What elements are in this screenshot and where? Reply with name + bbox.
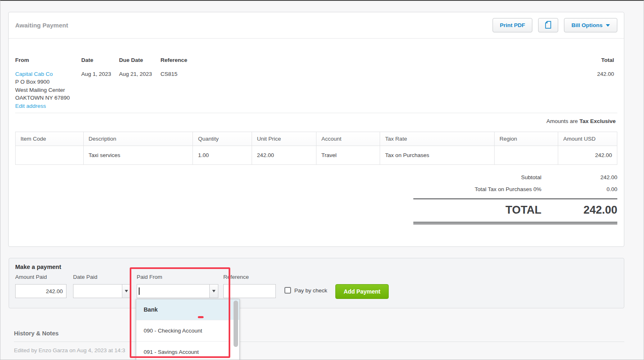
- divider: [15, 113, 617, 113]
- cell-account: Travel: [316, 146, 380, 165]
- contact-link[interactable]: Capital Cab Co: [15, 70, 81, 78]
- grand-total-row: TOTAL 242.00: [413, 199, 617, 222]
- col-tax-rate: Tax Rate: [380, 132, 495, 146]
- payment-reference-label: Reference: [223, 274, 249, 280]
- history-section: History & Notes Edited by Enzo Garza on …: [14, 330, 624, 353]
- amount-paid-label: Amount Paid: [15, 274, 47, 280]
- due-date-block: Due Date Aug 21, 2023: [119, 56, 160, 110]
- reference-block: Reference CS815: [160, 56, 218, 110]
- grand-total-value: 242.00: [541, 204, 617, 216]
- pay-by-check-checkbox[interactable]: [284, 287, 291, 294]
- tax-label: Total Tax on Purchases 0%: [474, 186, 541, 192]
- dropdown-group-header: Bank: [136, 299, 239, 320]
- paid-from-dropdown-button[interactable]: [209, 284, 218, 298]
- cell-description: Taxi services: [83, 146, 193, 165]
- col-region: Region: [494, 132, 558, 146]
- tax-row: Total Tax on Purchases 0% 0.00: [413, 183, 617, 198]
- col-item-code: Item Code: [16, 132, 84, 146]
- address-line: OAKTOWN NY 67890: [15, 94, 81, 102]
- date-paid-combo: [73, 284, 131, 298]
- table-header-row: Item Code Description Quantity Unit Pric…: [16, 132, 617, 146]
- col-unit-price: Unit Price: [252, 132, 316, 146]
- cell-unit-price: 242.00: [252, 146, 316, 165]
- reference-value: CS815: [160, 70, 218, 78]
- amounts-note-bold: Tax Exclusive: [580, 118, 616, 124]
- chevron-down-icon: [212, 290, 215, 292]
- paid-from-input[interactable]: [137, 284, 209, 298]
- amounts-note-prefix: Amounts are: [546, 118, 578, 124]
- bill-panel: Awaiting Payment Print PDF Bill Options: [8, 12, 624, 247]
- totals-double-rule: [413, 222, 617, 224]
- grand-total-label: TOTAL: [506, 204, 542, 216]
- date-block: Date Aug 1, 2023: [81, 56, 119, 110]
- history-title: History & Notes: [14, 330, 624, 337]
- chevron-down-icon: [125, 290, 128, 292]
- subtotal-label: Subtotal: [521, 174, 541, 180]
- subtotal-value: 242.00: [541, 174, 617, 180]
- address-line: P O Box 9900: [15, 78, 81, 86]
- bill-meta: From Capital Cab Co P O Box 9900 West Ma…: [15, 56, 617, 110]
- bill-page: Awaiting Payment Print PDF Bill Options: [0, 0, 644, 360]
- from-block: From Capital Cab Co P O Box 9900 West Ma…: [15, 56, 81, 110]
- col-account: Account: [316, 132, 380, 146]
- cell-item-code: [16, 146, 84, 165]
- col-description: Description: [83, 132, 193, 146]
- annotation-dash: [198, 316, 204, 318]
- cell-amount: 242.00: [558, 146, 617, 165]
- due-date-value: Aug 21, 2023: [119, 70, 160, 78]
- col-quantity: Quantity: [193, 132, 252, 146]
- make-payment-panel: Make a payment Amount Paid Date Paid Pai…: [9, 258, 624, 308]
- page-title: Awaiting Payment: [15, 22, 68, 29]
- total-value: 242.00: [597, 70, 614, 78]
- due-date-label: Due Date: [119, 56, 160, 64]
- dropdown-group-label: Bank: [144, 306, 158, 313]
- make-payment-title: Make a payment: [15, 264, 61, 270]
- paid-from-label: Paid From: [137, 274, 162, 280]
- document-icon: [545, 21, 551, 30]
- dropdown-option-checking[interactable]: 090 - Checking Account: [136, 320, 229, 341]
- totals-block: Subtotal 242.00 Total Tax on Purchases 0…: [413, 171, 617, 224]
- divider: [14, 342, 624, 342]
- bill-body: From Capital Cab Co P O Box 9900 West Ma…: [9, 39, 624, 224]
- from-label: From: [15, 56, 81, 64]
- col-amount: Amount USD: [558, 132, 617, 146]
- bill-panel-header: Awaiting Payment Print PDF Bill Options: [9, 12, 624, 39]
- cell-quantity: 1.00: [193, 146, 252, 165]
- bill-options-label: Bill Options: [571, 22, 603, 28]
- copy-document-button[interactable]: [538, 18, 558, 32]
- pay-by-check-label: Pay by check: [294, 287, 327, 294]
- dropdown-scrollbar[interactable]: [234, 301, 238, 347]
- date-value: Aug 1, 2023: [81, 70, 119, 78]
- paid-from-combo: [137, 284, 218, 298]
- print-pdf-button[interactable]: Print PDF: [493, 18, 533, 32]
- address-line: West Mailing Center: [15, 86, 81, 94]
- total-label: Total: [597, 56, 614, 64]
- date-paid-input[interactable]: [73, 284, 122, 298]
- history-entry: Edited by Enzo Garza on Aug 4, 2023 at 1…: [14, 347, 624, 353]
- payment-reference-input[interactable]: [223, 284, 276, 298]
- text-cursor: [139, 287, 140, 295]
- amounts-note: Amounts areTax Exclusive: [15, 118, 617, 124]
- date-paid-label: Date Paid: [73, 274, 97, 280]
- cell-region: [494, 146, 558, 165]
- header-actions: Print PDF Bill Options: [493, 18, 617, 32]
- total-block: Total 242.00: [597, 56, 617, 110]
- dropdown-option-savings[interactable]: 091 - Savings Account: [136, 341, 229, 360]
- line-items-table: Item Code Description Quantity Unit Pric…: [15, 132, 617, 165]
- add-payment-button[interactable]: Add Payment: [335, 284, 389, 299]
- paid-from-dropdown: Bank 090 - Checking Account 091 - Saving…: [136, 299, 240, 360]
- date-paid-dropdown-button[interactable]: [122, 284, 131, 298]
- date-label: Date: [81, 56, 119, 64]
- cell-tax-rate: Tax on Purchases: [380, 146, 495, 165]
- tax-value: 0.00: [541, 186, 617, 192]
- amount-paid-input[interactable]: [15, 284, 66, 298]
- subtotal-row: Subtotal 242.00: [413, 171, 617, 183]
- chevron-down-icon: [606, 24, 610, 27]
- bill-options-button[interactable]: Bill Options: [564, 18, 617, 32]
- reference-label: Reference: [160, 56, 218, 64]
- table-row: Taxi services 1.00 242.00 Travel Tax on …: [16, 146, 617, 165]
- edit-address-link[interactable]: Edit address: [15, 102, 81, 110]
